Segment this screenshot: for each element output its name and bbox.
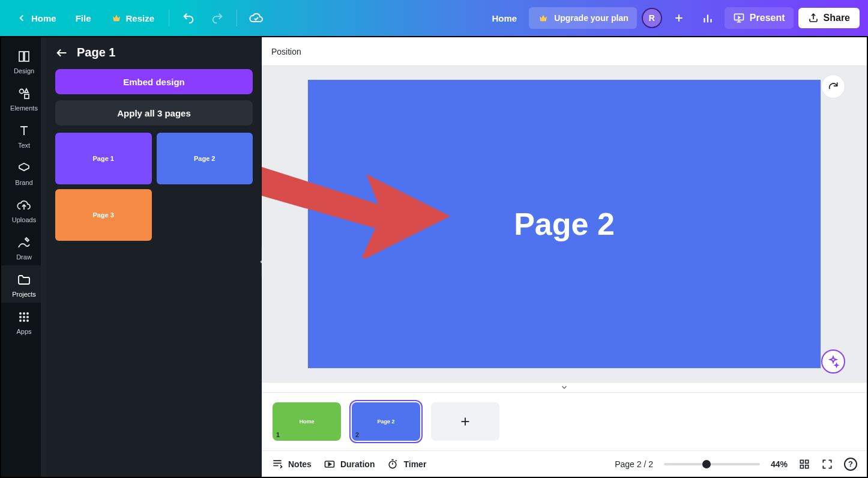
nav-draw[interactable]: Draw [1,228,47,265]
regenerate-button[interactable] [821,74,845,98]
svg-line-34 [396,460,397,461]
current-slide[interactable]: Page 2 [308,80,821,368]
help-label: ? [848,459,853,468]
add-page-button[interactable] [431,402,499,441]
timer-icon [387,458,399,470]
nav-label: Draw [16,253,32,261]
file-menu[interactable]: File [68,8,98,28]
avatar-initial: R [649,13,655,23]
cloud-check-icon [249,11,264,25]
thumb-label: Page 2 [194,155,215,162]
svg-point-19 [26,312,29,315]
resize-button[interactable]: Resize [103,7,162,29]
canvas-viewport[interactable]: Page 2 [262,66,867,382]
draw-icon [17,235,31,250]
svg-point-17 [19,312,22,315]
panel-thumb-page3[interactable]: Page 3 [55,189,152,241]
grid-view-button[interactable] [798,458,810,470]
nav-label: Projects [12,291,36,298]
embed-design-button[interactable]: Embed design [55,69,253,94]
filmstrip-thumb-2[interactable]: Page 2 2 [352,402,420,441]
user-avatar[interactable]: R [642,8,662,28]
svg-rect-35 [800,460,803,463]
folder-icon [17,273,31,287]
duration-button[interactable]: Duration [324,458,375,470]
nav-uploads[interactable]: Uploads [1,191,47,228]
redo-icon [211,11,224,25]
magic-button[interactable] [821,349,845,374]
duration-label: Duration [340,459,375,469]
notes-button[interactable]: Notes [271,458,312,470]
share-icon [808,13,819,23]
add-member-button[interactable] [667,6,691,30]
nav-label: Brand [15,179,32,186]
filmstrip-thumb-index: 2 [355,431,359,438]
svg-rect-36 [806,460,809,463]
home-right-button[interactable]: Home [484,8,524,28]
thumb-label: Page 1 [93,155,114,162]
nav-elements[interactable]: Elements [1,79,47,116]
home-right-label: Home [492,13,517,23]
filmstrip-thumb-index: 1 [276,431,280,438]
context-toolbar: Position [262,37,867,66]
apply-all-pages-button[interactable]: Apply all 3 pages [55,100,253,126]
toolbar-right-group: Home Upgrade your plan R Present [484,6,860,30]
nav-text[interactable]: Text [1,116,47,154]
present-label: Present [750,13,785,23]
nav-design[interactable]: Design [1,42,47,79]
file-label: File [76,13,91,23]
home-button[interactable]: Home [8,7,64,29]
plus-icon [673,12,685,24]
nav-label: Uploads [12,216,36,223]
nav-projects[interactable]: Projects [1,265,47,303]
nav-scrollbar[interactable] [42,38,46,54]
nav-brand[interactable]: Brand [1,154,47,191]
back-button[interactable] [55,46,68,59]
sparkle-icon [827,355,840,368]
svg-point-25 [26,319,29,322]
side-panel: Page 1 Embed design Apply all 3 pages Pa… [47,37,262,477]
help-button[interactable]: ? [844,458,857,471]
zoom-slider-thumb[interactable] [702,460,711,468]
fullscreen-button[interactable] [821,458,833,470]
filmstrip-toggle[interactable] [262,382,867,393]
upgrade-button[interactable]: Upgrade your plan [529,7,637,29]
thumb-label: Page 3 [93,211,114,219]
brand-icon [17,161,31,175]
zoom-slider[interactable] [664,463,760,465]
refresh-icon [827,80,839,92]
share-label: Share [824,13,850,23]
svg-rect-38 [806,465,809,468]
nav-label: Elements [10,104,38,112]
page-indicator[interactable]: Page 2 / 2 [615,459,653,469]
bottom-bar-right: Page 2 / 2 44% ? [615,458,857,471]
zoom-percentage[interactable]: 44% [771,459,788,469]
svg-marker-30 [328,462,331,465]
nav-label: Text [18,142,30,149]
position-button[interactable]: Position [271,47,301,56]
toolbar-divider [169,10,169,26]
apps-grid-icon [17,310,31,324]
crown-icon [537,12,549,24]
svg-point-21 [23,316,25,318]
share-button[interactable]: Share [798,8,860,28]
timer-button[interactable]: Timer [387,458,426,470]
panel-thumb-page2[interactable]: Page 2 [157,133,253,184]
redo-button[interactable] [205,6,229,30]
nav-label: Design [14,67,34,74]
undo-button[interactable] [176,6,200,30]
duration-icon [324,458,336,470]
slide-title-text: Page 2 [514,206,615,242]
svg-point-22 [26,316,29,318]
cloud-sync-button[interactable] [244,6,268,30]
analytics-button[interactable] [696,6,720,30]
upgrade-label: Upgrade your plan [554,13,628,23]
home-label: Home [31,13,56,23]
panel-thumb-page1[interactable]: Page 1 [55,133,152,184]
present-button[interactable]: Present [725,7,794,29]
toolbar-left-group: Home File Resize [8,6,268,30]
filmstrip-thumb-1[interactable]: Home 1 [273,402,341,441]
panel-thumbnail-grid: Page 1 Page 2 Page 3 [55,133,253,241]
nav-apps[interactable]: Apps [1,303,47,340]
svg-rect-37 [800,465,803,468]
